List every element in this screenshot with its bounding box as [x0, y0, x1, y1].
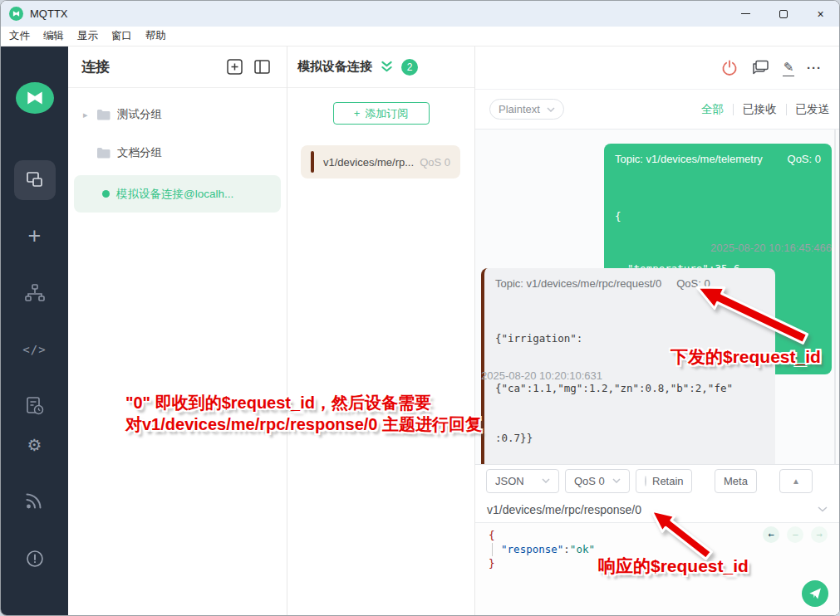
payload-key: "response" [501, 543, 563, 555]
nav-sidebar: + </> ⚙ [1, 46, 68, 615]
folder-icon [96, 147, 111, 159]
annotation-note-line1: "0" 即收到的$request_id，然后设备需要 [125, 392, 482, 413]
annotation-note: "0" 即收到的$request_id，然后设备需要 对v1/devices/m… [125, 392, 482, 435]
group-label: 测试分组 [117, 107, 162, 122]
add-subscription-button[interactable]: + 添加订阅 [333, 102, 430, 125]
topic-color-marker [311, 151, 314, 173]
payload-history-controls: ← − → [763, 526, 828, 543]
meta-label: Meta [724, 475, 748, 487]
sent-message-topic: Topic: v1/devices/me/telemetry [615, 153, 763, 165]
window-title: MQTTX [30, 7, 68, 20]
sent-message-timestamp: 2025-08-20 10:16:45:466 [710, 242, 832, 254]
app-logo-icon [9, 7, 23, 21]
meta-button[interactable]: Meta [715, 469, 757, 493]
messages-panel: ✎ ··· Plaintext 全部 已接收 已发送 [475, 46, 839, 615]
retain-radio-icon [645, 476, 646, 486]
new-connection-icon[interactable] [227, 59, 243, 75]
received-payload-line: {"ca":1.1,"mg":1.2,"zn":0.8,"b":2,"fe" [495, 380, 764, 397]
sitemap-icon [24, 283, 46, 303]
add-subscription-label: 添加订阅 [365, 106, 408, 121]
message-count-badge: 2 [401, 59, 418, 76]
publish-topic-input[interactable]: v1/devices/me/rpc/response/0 [475, 496, 839, 523]
history-back-button[interactable]: ← [763, 526, 779, 543]
message-list: Topic: v1/devices/me/telemetry QoS: 0 { … [475, 130, 839, 466]
maximize-button[interactable] [764, 1, 802, 27]
sidebar-item-new-connection[interactable]: + [28, 223, 42, 249]
annotation-response-request-id: 响应的$request_id [598, 555, 749, 578]
connections-icon [24, 170, 46, 190]
annotation-sent-request-id: 下发的$request_id [671, 345, 821, 369]
expand-caret-icon[interactable]: ▸ [83, 110, 96, 120]
history-forward-button[interactable]: → [811, 526, 828, 543]
menu-view[interactable]: 显示 [77, 29, 98, 43]
scrollbar[interactable] [834, 130, 836, 466]
history-clear-button[interactable]: − [787, 526, 803, 543]
received-message-topic: Topic: v1/devices/me/rpc/request/0 [495, 277, 661, 290]
sidebar-item-settings[interactable]: ⚙ [27, 435, 42, 455]
tab-received[interactable]: 已接收 [743, 102, 777, 117]
qos-select[interactable]: QoS 0 [565, 469, 630, 493]
subscription-qos: QoS 0 [420, 156, 450, 169]
retain-label: Retain [652, 475, 684, 487]
received-message-qos: QoS: 0 [676, 277, 710, 290]
publish-topic-value: v1/devices/me/rpc/response/0 [487, 503, 641, 516]
sidebar-item-broadcast[interactable] [25, 491, 45, 510]
connection-group-test[interactable]: ▸ 测试分组 [68, 99, 287, 130]
paper-plane-icon [808, 587, 822, 600]
connection-label: 模拟设备连接@localh... [116, 187, 233, 202]
collapse-chevron-icon[interactable] [381, 61, 393, 73]
menu-help[interactable]: 帮助 [145, 29, 166, 43]
editor-indent-guide [492, 543, 493, 556]
sidebar-item-log[interactable] [25, 396, 45, 416]
sidebar-item-topic-tree[interactable] [24, 283, 46, 303]
log-icon [25, 396, 45, 416]
group-label: 文档分组 [117, 145, 162, 160]
collapse-publish-button[interactable]: ▲ [779, 469, 813, 493]
collapse-panel-icon[interactable] [254, 60, 270, 74]
menu-edit[interactable]: 编辑 [43, 29, 64, 43]
minimize-button[interactable] [727, 1, 764, 27]
payload-type-select[interactable]: JSON [486, 469, 559, 493]
sent-payload-line: { [615, 208, 821, 225]
tab-all[interactable]: 全部 [701, 102, 724, 117]
chevron-down-icon [547, 107, 555, 112]
subscriptions-header: 模拟设备连接 2 [287, 46, 474, 88]
chevron-down-icon [542, 478, 550, 483]
close-button[interactable]: × [802, 1, 839, 27]
disconnect-power-icon[interactable] [720, 59, 739, 77]
more-options-icon[interactable]: ··· [807, 61, 822, 75]
subscription-item[interactable]: v1/devices/me/rp... QoS 0 [301, 145, 460, 178]
chevron-down-icon [818, 506, 828, 512]
connection-item-active[interactable]: 模拟设备连接@localh... [74, 175, 281, 213]
tab-sent[interactable]: 已发送 [796, 102, 830, 117]
window-controls: × [727, 1, 839, 27]
menu-window[interactable]: 窗口 [111, 29, 132, 43]
pencil-underline [783, 76, 794, 76]
sidebar-item-connections[interactable] [14, 160, 56, 200]
edit-connection-button[interactable]: ✎ [783, 60, 794, 76]
payload-close-brace: } [489, 557, 495, 570]
sidebar-item-about[interactable] [25, 549, 45, 569]
menu-file[interactable]: 文件 [9, 29, 30, 43]
sidebar-item-script[interactable]: </> [22, 343, 46, 356]
connection-toolbar: ✎ ··· [475, 46, 839, 90]
mqttx-logo-icon [16, 82, 54, 114]
connection-group-docs[interactable]: ▸ 文档分组 [68, 137, 287, 169]
maximize-icon [779, 10, 788, 18]
payload-format-select[interactable]: Plaintext [489, 99, 564, 120]
connections-header: 连接 [68, 46, 287, 88]
connections-tree: ▸ 测试分组 ▸ 文档分组 模拟设备连接@localh... [68, 88, 287, 213]
folder-icon [96, 109, 111, 120]
connected-status-dot [102, 190, 110, 198]
subscription-topic: v1/devices/me/rp... [323, 156, 414, 169]
publish-controls: JSON QoS 0 Retain Meta ▲ [475, 465, 839, 496]
subscriptions-panel: 模拟设备连接 2 + 添加订阅 v1/devices/me/rp... QoS … [287, 46, 475, 615]
chat-messages-icon[interactable] [751, 59, 770, 76]
annotation-note-line2: 对v1/devices/me/rpc/response/0 主题进行回复 [125, 413, 482, 435]
tab-divider [733, 104, 734, 115]
retain-toggle[interactable]: Retain [636, 469, 692, 493]
connection-name-title: 模拟设备连接 [297, 59, 372, 75]
payload-type-value: JSON [495, 475, 524, 487]
qos-value: QoS 0 [574, 475, 605, 487]
send-button[interactable] [802, 580, 828, 607]
